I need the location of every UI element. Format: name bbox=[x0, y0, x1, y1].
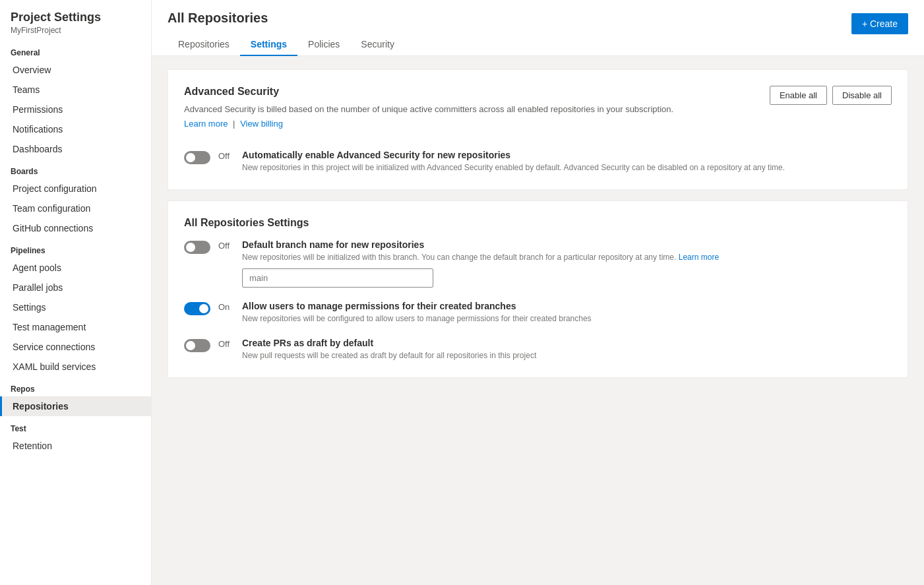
sidebar-header: Project Settings MyFirstProject bbox=[0, 0, 151, 40]
manage-permissions-title: Allow users to manage permissions for th… bbox=[242, 301, 892, 311]
default-branch-toggle-status: Off bbox=[218, 241, 234, 251]
sidebar-item-settings[interactable]: Settings bbox=[0, 297, 151, 317]
enable-all-button[interactable]: Enable all bbox=[770, 86, 827, 105]
tab-repositories[interactable]: Repositories bbox=[168, 34, 240, 56]
advanced-security-card: Advanced Security Advanced Security is b… bbox=[168, 69, 908, 190]
sidebar-item-test-management[interactable]: Test management bbox=[0, 317, 151, 337]
sidebar-item-parallel-jobs[interactable]: Parallel jobs bbox=[0, 278, 151, 297]
advanced-security-description: Advanced Security is billed based on the… bbox=[184, 103, 673, 116]
sidebar-item-repositories[interactable]: Repositories bbox=[0, 396, 151, 416]
sidebar-section-general: General bbox=[0, 40, 151, 60]
default-branch-input[interactable] bbox=[242, 268, 433, 288]
draft-pr-title: Create PRs as draft by default bbox=[242, 338, 892, 348]
sidebar: Project Settings MyFirstProject General … bbox=[0, 0, 152, 585]
manage-permissions-toggle-status: On bbox=[218, 302, 234, 312]
header-left: All Repositories Repositories Settings P… bbox=[168, 11, 851, 55]
default-branch-learn-more-link[interactable]: Learn more bbox=[679, 253, 719, 262]
advanced-security-toggle-desc: New repositories in this project will be… bbox=[242, 162, 892, 173]
sidebar-item-team-configuration[interactable]: Team configuration bbox=[0, 199, 151, 218]
default-branch-title: Default branch name for new repositories bbox=[242, 239, 892, 250]
tab-security[interactable]: Security bbox=[350, 34, 405, 56]
advanced-security-toggle-status: Off bbox=[218, 151, 234, 161]
link-separator: | bbox=[233, 119, 235, 129]
default-branch-desc: New repositories will be initialized wit… bbox=[242, 251, 892, 263]
advanced-security-header-left: Advanced Security Advanced Security is b… bbox=[184, 86, 673, 139]
advanced-security-links: Learn more | View billing bbox=[184, 119, 673, 129]
create-button[interactable]: + Create bbox=[851, 13, 908, 34]
sidebar-item-github-connections[interactable]: GitHub connections bbox=[0, 218, 151, 238]
draft-pr-toggle-status: Off bbox=[218, 339, 234, 349]
draft-pr-toggle-info: Create PRs as draft by default New pull … bbox=[242, 338, 892, 361]
tab-bar: Repositories Settings Policies Security bbox=[168, 34, 851, 55]
advanced-security-toggle-title: Automatically enable Advanced Security f… bbox=[242, 150, 892, 160]
draft-pr-desc: New pull requests will be created as dra… bbox=[242, 350, 892, 361]
sidebar-section-pipelines: Pipelines bbox=[0, 238, 151, 258]
advanced-security-toggle-info: Automatically enable Advanced Security f… bbox=[242, 150, 892, 173]
advanced-security-toggle[interactable] bbox=[184, 151, 210, 164]
sidebar-section-boards: Boards bbox=[0, 159, 151, 179]
manage-permissions-toggle-info: Allow users to manage permissions for th… bbox=[242, 301, 892, 324]
sidebar-item-retention[interactable]: Retention bbox=[0, 436, 151, 456]
learn-more-link[interactable]: Learn more bbox=[184, 119, 228, 129]
content-area: Advanced Security Advanced Security is b… bbox=[152, 56, 924, 391]
advanced-security-toggle-row: Off Automatically enable Advanced Securi… bbox=[184, 150, 892, 173]
sidebar-item-xaml-build-services[interactable]: XAML build services bbox=[0, 357, 151, 377]
advanced-security-title: Advanced Security bbox=[184, 86, 673, 98]
main-content: All Repositories Repositories Settings P… bbox=[152, 0, 924, 585]
default-branch-toggle-row: Off Default branch name for new reposito… bbox=[184, 239, 892, 288]
advanced-security-header-row: Advanced Security Advanced Security is b… bbox=[184, 86, 892, 139]
draft-pr-toggle[interactable] bbox=[184, 339, 210, 352]
advanced-security-actions: Enable all Disable all bbox=[770, 86, 892, 105]
sidebar-item-dashboards[interactable]: Dashboards bbox=[0, 139, 151, 159]
draft-pr-toggle-row: Off Create PRs as draft by default New p… bbox=[184, 338, 892, 361]
sidebar-section-repos: Repos bbox=[0, 377, 151, 396]
sidebar-item-teams[interactable]: Teams bbox=[0, 80, 151, 100]
disable-all-button[interactable]: Disable all bbox=[832, 86, 892, 105]
all-repositories-settings-title: All Repositories Settings bbox=[184, 217, 892, 229]
tab-policies[interactable]: Policies bbox=[297, 34, 350, 56]
default-branch-toggle[interactable] bbox=[184, 241, 210, 254]
sidebar-item-agent-pools[interactable]: Agent pools bbox=[0, 258, 151, 278]
sidebar-section-test: Test bbox=[0, 416, 151, 436]
default-branch-toggle-info: Default branch name for new repositories… bbox=[242, 239, 892, 288]
tab-settings[interactable]: Settings bbox=[240, 34, 297, 56]
sidebar-item-permissions[interactable]: Permissions bbox=[0, 100, 151, 119]
manage-permissions-toggle[interactable] bbox=[184, 302, 210, 315]
sidebar-title: Project Settings bbox=[11, 11, 140, 24]
manage-permissions-desc: New repositories will be configured to a… bbox=[242, 313, 892, 324]
sidebar-item-notifications[interactable]: Notifications bbox=[0, 119, 151, 139]
sidebar-subtitle: MyFirstProject bbox=[11, 26, 140, 35]
view-billing-link[interactable]: View billing bbox=[240, 119, 283, 129]
manage-permissions-toggle-row: On Allow users to manage permissions for… bbox=[184, 301, 892, 324]
default-branch-desc-text: New repositories will be initialized wit… bbox=[242, 253, 676, 262]
all-repositories-settings-card: All Repositories Settings Off Default br… bbox=[168, 200, 908, 378]
sidebar-item-project-configuration[interactable]: Project configuration bbox=[0, 179, 151, 199]
page-header: All Repositories Repositories Settings P… bbox=[152, 0, 924, 56]
sidebar-item-service-connections[interactable]: Service connections bbox=[0, 337, 151, 357]
page-title: All Repositories bbox=[168, 11, 851, 26]
sidebar-item-overview[interactable]: Overview bbox=[0, 60, 151, 80]
